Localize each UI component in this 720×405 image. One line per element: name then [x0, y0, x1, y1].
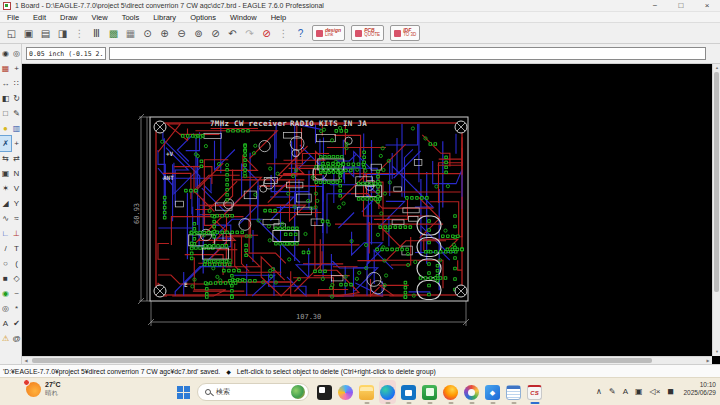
- pinswap-tool[interactable]: ⇆: [0, 151, 11, 166]
- print-icon[interactable]: ▤: [38, 26, 53, 41]
- ratsnest-tool[interactable]: *: [11, 301, 22, 316]
- pcb-quote-button[interactable]: PCBQUOTE: [351, 25, 384, 41]
- smash-tool[interactable]: ✶: [0, 181, 11, 196]
- meander-tool[interactable]: ∿: [0, 211, 11, 226]
- menu-view[interactable]: View: [85, 12, 115, 23]
- idf-to-3d-button[interactable]: IDFTO 3D: [390, 25, 420, 41]
- info-tool[interactable]: ◉: [0, 46, 11, 61]
- undo-icon[interactable]: ↶: [225, 26, 240, 41]
- search-box[interactable]: 検索: [197, 383, 309, 401]
- zoom-in-icon[interactable]: ⊕: [157, 26, 172, 41]
- display-layers-icon[interactable]: ▩: [106, 26, 121, 41]
- move-tool[interactable]: ↔: [0, 76, 11, 91]
- ime-indicator[interactable]: A: [623, 388, 628, 396]
- design-link-button[interactable]: designLink: [312, 25, 345, 41]
- via-tool[interactable]: ◉: [0, 286, 11, 301]
- pen-icon[interactable]: ✎: [609, 388, 616, 396]
- horizontal-scrollbar[interactable]: ◀ ▶: [22, 356, 712, 364]
- eagle-cadsoft-taskbar-button[interactable]: CS: [526, 380, 543, 404]
- stop-icon[interactable]: ⊘: [259, 26, 274, 41]
- library-icon[interactable]: Ⅲ: [89, 26, 104, 41]
- menu-tools[interactable]: Tools: [115, 12, 147, 23]
- photos-taskbar-button[interactable]: [484, 380, 501, 404]
- delete-tool[interactable]: ✗: [0, 136, 11, 151]
- add-tool[interactable]: +: [11, 136, 22, 151]
- maximize-button[interactable]: □: [668, 0, 694, 12]
- go-icon[interactable]: ⋮: [276, 26, 291, 41]
- horizontal-scroll-thumb[interactable]: [32, 358, 652, 363]
- more-left-icon[interactable]: ⋮: [72, 26, 87, 41]
- zoom-select-icon[interactable]: ⊘: [208, 26, 223, 41]
- arc-tool[interactable]: (: [11, 256, 22, 271]
- edge-taskbar-button[interactable]: [379, 380, 396, 404]
- phone-link-icon[interactable]: ▣: [635, 388, 643, 396]
- change-tool[interactable]: ✎: [11, 106, 22, 121]
- cam-processor-icon[interactable]: ◨: [55, 26, 70, 41]
- attribute-tool[interactable]: @: [11, 331, 22, 346]
- cut-tool[interactable]: ●: [0, 121, 11, 136]
- hole-tool[interactable]: ◎: [0, 301, 11, 316]
- lock-tool[interactable]: ▣: [0, 166, 11, 181]
- copilot-taskbar-button[interactable]: [337, 380, 354, 404]
- microsoft-store-taskbar-button[interactable]: [400, 380, 417, 404]
- redo-icon[interactable]: ↷: [242, 26, 257, 41]
- paint-taskbar-button[interactable]: [463, 380, 480, 404]
- auto-tool[interactable]: A: [0, 316, 11, 331]
- notepad-taskbar-button[interactable]: [505, 380, 522, 404]
- menu-help[interactable]: Help: [264, 12, 293, 23]
- vertical-scrollbar[interactable]: ▲ ▼: [712, 64, 720, 356]
- text-tool[interactable]: T: [11, 241, 22, 256]
- scroll-down-arrow[interactable]: ▼: [713, 348, 720, 356]
- hidden-icons-chevron[interactable]: ∧: [596, 388, 602, 396]
- menu-draw[interactable]: Draw: [53, 12, 85, 23]
- menu-window[interactable]: Window: [223, 12, 264, 23]
- file-explorer-taskbar-button[interactable]: [358, 380, 375, 404]
- help-icon[interactable]: ?: [293, 26, 308, 41]
- menu-library[interactable]: Library: [146, 12, 183, 23]
- split-tool[interactable]: Y: [11, 196, 22, 211]
- polygon-tool[interactable]: ◇: [11, 271, 22, 286]
- command-input[interactable]: [109, 47, 706, 60]
- save-icon[interactable]: ▣: [21, 26, 36, 41]
- menu-file[interactable]: File: [0, 12, 26, 23]
- miter-tool[interactable]: ◢: [0, 196, 11, 211]
- close-button[interactable]: ×: [694, 0, 720, 12]
- task-view-taskbar-button[interactable]: [316, 380, 333, 404]
- optimize-tool[interactable]: ≈: [11, 211, 22, 226]
- start-button[interactable]: [177, 386, 190, 399]
- drc-tool[interactable]: ✔: [11, 316, 22, 331]
- value-tool[interactable]: V: [11, 181, 22, 196]
- screenshot-app-taskbar-button[interactable]: [421, 380, 438, 404]
- paste-tool[interactable]: ▥: [11, 121, 22, 136]
- signal-tool[interactable]: ~: [11, 286, 22, 301]
- vertical-scroll-thumb[interactable]: [714, 72, 719, 292]
- menu-options[interactable]: Options: [183, 12, 223, 23]
- errors-tool[interactable]: ⚠: [0, 331, 11, 346]
- circle-tool[interactable]: ○: [0, 256, 11, 271]
- board-canvas[interactable]: 60.93107.307MHz CW receiverRADIO KITS IN…: [22, 64, 720, 356]
- scroll-up-arrow[interactable]: ▲: [713, 64, 720, 72]
- wire-tool[interactable]: /: [0, 241, 11, 256]
- group-tool[interactable]: □: [0, 106, 11, 121]
- mirror-tool[interactable]: ◧: [0, 91, 11, 106]
- volume-muted-icon[interactable]: ◁×: [650, 388, 661, 396]
- rotate-tool[interactable]: ↻: [11, 91, 22, 106]
- show-tool[interactable]: ◎: [11, 46, 22, 61]
- grid-icon[interactable]: ▦: [123, 26, 138, 41]
- zoom-fit-icon[interactable]: ⊙: [140, 26, 155, 41]
- taskbar-clock[interactable]: 10:10 2025/06/29: [683, 381, 716, 397]
- menu-edit[interactable]: Edit: [26, 12, 53, 23]
- minimize-button[interactable]: −: [642, 0, 668, 12]
- firefox-taskbar-button[interactable]: [442, 380, 459, 404]
- display-tool[interactable]: ▦: [0, 61, 11, 76]
- name-tool[interactable]: N: [11, 166, 22, 181]
- weather-widget[interactable]: 27°C 晴れ: [26, 381, 61, 397]
- open-icon[interactable]: ◱: [4, 26, 19, 41]
- route-tool[interactable]: ∟: [0, 226, 11, 241]
- replace-tool[interactable]: ⇄: [11, 151, 22, 166]
- zoom-redraw-icon[interactable]: ⊚: [191, 26, 206, 41]
- copy-tool[interactable]: ∷: [11, 76, 22, 91]
- ripup-tool[interactable]: ⊥: [11, 226, 22, 241]
- mark-tool[interactable]: +: [11, 61, 22, 76]
- zoom-out-icon[interactable]: ⊖: [174, 26, 189, 41]
